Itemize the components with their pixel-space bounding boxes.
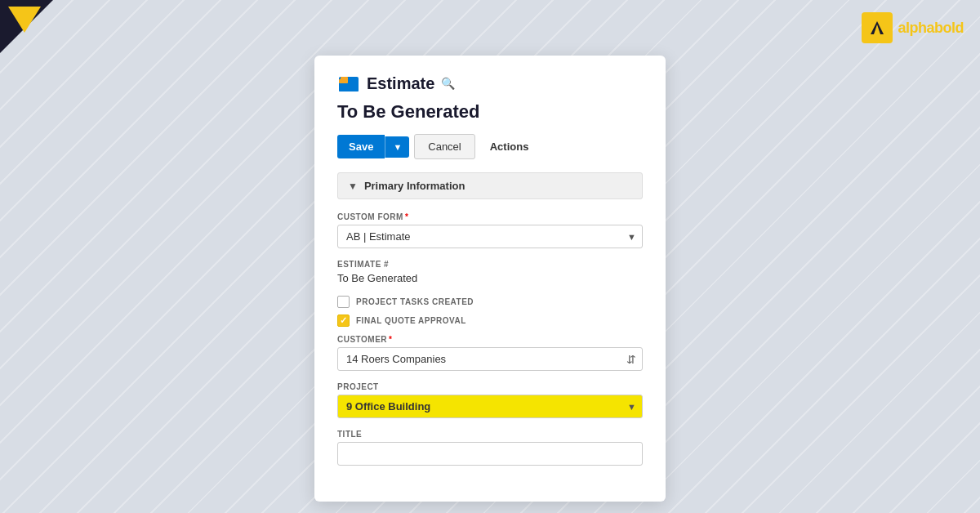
form-title: Estimate — [367, 74, 434, 93]
project-field: PROJECT 9 Office Building ▼ — [337, 382, 643, 418]
cancel-button[interactable]: Cancel — [414, 134, 474, 159]
project-tasks-created-checkbox[interactable] — [337, 296, 350, 308]
actions-button[interactable]: Actions — [480, 135, 539, 158]
logo-topleft — [0, 0, 53, 53]
estimate-number-value: To Be Generated — [337, 272, 643, 284]
alphabold-text: alphabold — [898, 20, 964, 37]
custom-form-select[interactable]: AB | Estimate — [337, 225, 643, 248]
customer-field: CUSTOMER* 14 Roers Companies ⇵ — [337, 335, 643, 371]
form-header: Estimate 🔍 — [337, 72, 643, 95]
custom-form-select-wrapper: AB | Estimate ▼ — [337, 225, 643, 248]
final-quote-approval-row: FINAL QUOTE APPROVAL — [337, 314, 643, 327]
estimate-number-field: ESTIMATE # To Be Generated — [337, 260, 643, 284]
toolbar: Save ▼ Cancel Actions — [337, 134, 643, 159]
custom-form-field: CUSTOM FORM* AB | Estimate ▼ — [337, 212, 643, 248]
logo-topright: alphabold — [862, 12, 964, 43]
primary-information-section[interactable]: ▼ Primary Information — [337, 172, 643, 199]
custom-form-label: CUSTOM FORM* — [337, 212, 643, 221]
search-icon[interactable]: 🔍 — [441, 77, 455, 90]
customer-label: CUSTOMER* — [337, 335, 643, 344]
estimate-form-card: Estimate 🔍 To Be Generated Save ▼ Cancel… — [314, 56, 666, 502]
project-select-wrapper: 9 Office Building ▼ — [337, 395, 643, 418]
estimate-icon — [337, 72, 360, 95]
save-dropdown-button[interactable]: ▼ — [385, 136, 409, 158]
estimate-number-label: ESTIMATE # — [337, 260, 643, 269]
title-field: TITLE — [337, 430, 643, 466]
final-quote-approval-label: FINAL QUOTE APPROVAL — [356, 316, 466, 325]
customer-select-wrapper: 14 Roers Companies ⇵ — [337, 347, 643, 371]
title-input[interactable] — [337, 442, 643, 466]
form-subtitle: To Be Generated — [337, 101, 643, 123]
project-select[interactable]: 9 Office Building — [337, 395, 643, 418]
project-tasks-created-label: PROJECT TASKS CREATED — [356, 297, 474, 306]
save-button[interactable]: Save — [337, 135, 385, 158]
project-label: PROJECT — [337, 382, 643, 391]
project-tasks-created-row: PROJECT TASKS CREATED — [337, 296, 643, 308]
section-chevron-icon: ▼ — [348, 181, 358, 192]
alphabold-icon — [862, 12, 893, 43]
title-label: TITLE — [337, 430, 643, 439]
customer-select[interactable]: 14 Roers Companies — [337, 347, 643, 371]
customer-required: * — [389, 335, 392, 344]
final-quote-approval-checkbox[interactable] — [337, 314, 350, 327]
section-label: Primary Information — [364, 180, 466, 192]
required-indicator: * — [405, 212, 408, 221]
svg-rect-7 — [341, 77, 348, 80]
